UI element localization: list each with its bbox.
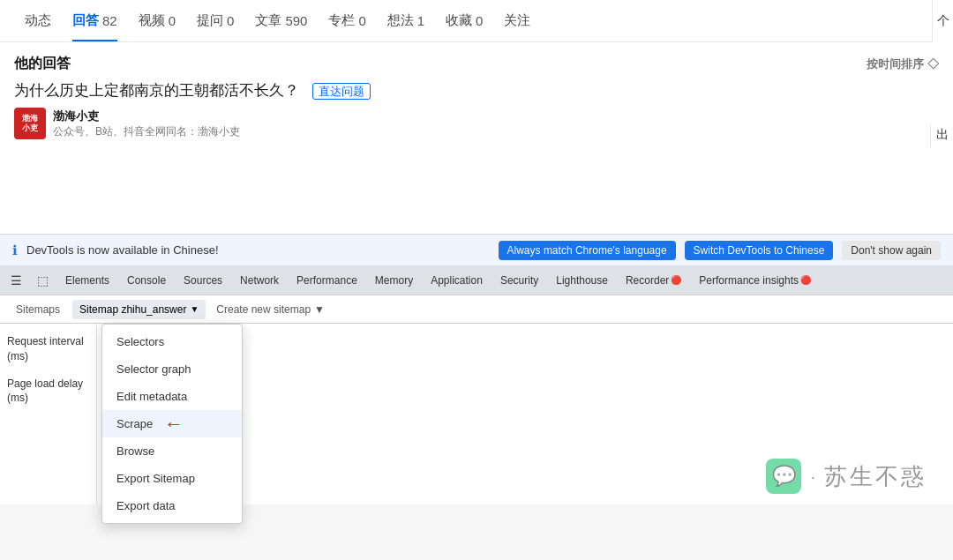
sort-button[interactable]: 按时间排序 ◇	[867, 56, 939, 72]
tab-twen[interactable]: 提问 0	[186, 0, 244, 41]
left-panel: Request interval (ms) Page load delay (m…	[0, 324, 97, 504]
devtools-menu-icon[interactable]: ☰	[4, 268, 28, 293]
tab-guanzhu[interactable]: 关注	[493, 0, 541, 41]
dt-tab-perf-insights[interactable]: Performance insights 🔴	[690, 265, 820, 295]
devtools-content: Request interval (ms) Page load delay (m…	[0, 324, 953, 504]
dt-tab-console[interactable]: Console	[118, 265, 175, 295]
dt-tab-memory[interactable]: Memory	[366, 265, 422, 295]
create-sitemap-btn[interactable]: Create new sitemap ▼	[209, 300, 332, 319]
dt-tab-performance[interactable]: Performance	[288, 265, 366, 295]
create-arrow-icon: ▼	[314, 303, 325, 316]
answer-link-btn[interactable]: 直达问题	[312, 83, 371, 100]
page-load-delay-label: Page load delay (ms)	[7, 377, 89, 407]
answer-card: 为什么历史上定都南京的王朝都活不长久？ 直达问题 渤海小吏 渤海小吏 公众号、B…	[0, 80, 953, 139]
menu-item-export-data[interactable]: Export data	[102, 492, 242, 519]
tab-huida[interactable]: 回答 82	[62, 0, 128, 41]
right-edge-char: 出	[930, 123, 953, 146]
menu-item-export-sitemap[interactable]: Export Sitemap	[102, 465, 242, 492]
dt-tab-recorder[interactable]: Recorder 🔴	[617, 265, 690, 295]
menu-item-browse[interactable]: Browse	[102, 437, 242, 465]
watermark-channel: 苏生不惑	[824, 461, 927, 492]
tab-shipin[interactable]: 视频 0	[128, 0, 186, 41]
dont-show-btn[interactable]: Don't show again	[842, 241, 941, 260]
menu-item-edit-metadata[interactable]: Edit metadata	[102, 383, 242, 410]
request-interval-label: Request interval (ms)	[7, 334, 89, 364]
menu-item-scrape[interactable]: Scrape ←	[102, 410, 242, 437]
tab-xiangfa[interactable]: 想法 1	[377, 0, 435, 41]
sitemap-dropdown[interactable]: Sitemap zhihu_answer ▼	[72, 300, 206, 319]
wechat-watermark: 💬 · 苏生不惑	[766, 459, 927, 494]
tab-dongtai[interactable]: 动态	[14, 0, 62, 41]
sitemaps-tab[interactable]: Sitemaps	[7, 300, 69, 319]
answer-title: 为什么历史上定都南京的王朝都活不长久？ 直达问题	[14, 80, 939, 101]
section-title: 他的回答	[14, 55, 71, 73]
tab-overflow-indicator: 个	[932, 0, 953, 42]
dt-tab-elements[interactable]: Elements	[56, 265, 118, 295]
dt-tab-sources[interactable]: Sources	[175, 265, 231, 295]
switch-devtools-btn[interactable]: Switch DevTools to Chinese	[685, 241, 834, 260]
devtools-notify-bar: ℹ DevTools is now available in Chinese! …	[0, 234, 953, 265]
devtools-dock-icon[interactable]: ⬚	[30, 268, 55, 293]
author-name: 渤海小吏	[53, 108, 240, 124]
notify-text: DevTools is now available in Chinese!	[26, 243, 490, 257]
dropdown-menu: Selectors Selector graph Edit metadata S…	[101, 324, 243, 524]
author-info: 渤海小吏 公众号、B站、抖音全网同名：渤海小吏	[53, 108, 240, 139]
author-avatar: 渤海小吏	[14, 108, 46, 139]
section-header: 他的回答 按时间排序 ◇	[0, 42, 953, 80]
tab-zhuanlan[interactable]: 专栏 0	[318, 0, 376, 41]
dt-tab-network[interactable]: Network	[231, 265, 288, 295]
sitemap-bar: Sitemaps Sitemap zhihu_answer ▼ Create n…	[0, 295, 953, 324]
author-row: 渤海小吏 渤海小吏 公众号、B站、抖音全网同名：渤海小吏	[14, 108, 939, 139]
menu-item-selector-graph[interactable]: Selector graph	[102, 355, 242, 383]
tab-shoucang[interactable]: 收藏 0	[435, 0, 493, 41]
always-match-btn[interactable]: Always match Chrome's language	[499, 241, 676, 260]
zh-tab-bar: 动态 回答 82 视频 0 提问 0 文章 590 专栏 0 想法 1 收藏 0	[0, 0, 953, 42]
dt-tab-application[interactable]: Application	[422, 265, 492, 295]
menu-item-selectors[interactable]: Selectors	[102, 328, 242, 355]
dt-tab-lighthouse[interactable]: Lighthouse	[547, 265, 617, 295]
tab-wenzhang[interactable]: 文章 590	[244, 0, 318, 41]
devtools-panel: ☰ ⬚ Elements Console Sources Network Per…	[0, 265, 953, 504]
devtools-tab-bar: ☰ ⬚ Elements Console Sources Network Per…	[0, 265, 953, 295]
info-icon: ℹ	[12, 243, 18, 258]
red-arrow-icon: ←	[164, 413, 184, 436]
page-content: 动态 回答 82 视频 0 提问 0 文章 590 专栏 0 想法 1 收藏 0	[0, 0, 953, 234]
wechat-logo: 💬	[766, 459, 801, 494]
dt-tab-security[interactable]: Security	[492, 265, 547, 295]
author-desc: 公众号、B站、抖音全网同名：渤海小吏	[53, 124, 240, 139]
dropdown-arrow-icon: ▼	[190, 304, 199, 314]
watermark-dot: ·	[810, 467, 815, 487]
